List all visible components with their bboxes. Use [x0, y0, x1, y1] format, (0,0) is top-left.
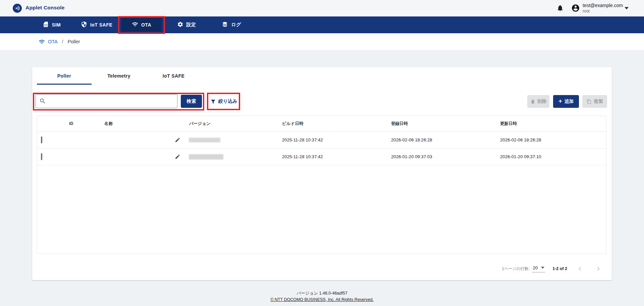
- breadcrumb-bar: OTA / Poller: [0, 33, 644, 50]
- app-title: Applet Console: [25, 5, 64, 11]
- nav-item-iot-safe[interactable]: IoT SAFE: [76, 16, 117, 33]
- wifi-icon: [39, 39, 45, 45]
- nav-item-logs[interactable]: ログ: [211, 16, 252, 33]
- plus-icon: +: [558, 98, 562, 104]
- search-button[interactable]: 検索: [181, 95, 202, 108]
- main-navbar: SIM IoT SAFE OTA 設定 ログ: [0, 16, 644, 33]
- nav-label-sim: SIM: [52, 22, 61, 28]
- column-header-registered-date: 登録日時: [391, 121, 500, 127]
- delete-button-label: 削除: [538, 98, 547, 104]
- nav-label-ota: OTA: [141, 22, 151, 28]
- registered-date-cell: 2026-02-06 18:26:28: [391, 137, 500, 142]
- table-row: 2025-11-28 10:37:42 2026-02-06 18:26:28 …: [37, 132, 606, 148]
- account-circle-icon[interactable]: [571, 4, 580, 12]
- wifi-icon: [132, 21, 138, 29]
- rows-per-page-label: 1ページの行数:: [502, 266, 530, 272]
- filter-icon: [210, 99, 216, 104]
- breadcrumb-separator: /: [61, 39, 65, 44]
- gear-icon: [177, 21, 183, 29]
- rows-per-page-select[interactable]: 20: [532, 265, 545, 272]
- column-header-id: ID: [62, 121, 98, 126]
- sub-tabs: Poller Telemetry IoT SAFE: [37, 67, 201, 85]
- column-header-build-date: ビルド日時: [282, 121, 391, 127]
- column-header-name: 名称: [98, 121, 171, 127]
- copy-icon: [587, 99, 592, 104]
- duplicate-button-label: 複製: [594, 98, 603, 104]
- footer-version: バージョン 1.46.0-46adf57: [0, 291, 644, 296]
- redacted-version-value: [189, 138, 220, 142]
- add-button-label: 追加: [565, 98, 574, 104]
- redacted-version-value: [189, 154, 223, 160]
- search-input[interactable]: [46, 94, 177, 108]
- breadcrumb: OTA / Poller: [39, 33, 80, 50]
- copyright-link[interactable]: © NTT DOCOMO BUSINESS, Inc. All Rights R…: [270, 297, 374, 302]
- search-icon: [39, 98, 46, 104]
- row-checkbox[interactable]: [41, 153, 42, 160]
- user-role: root: [583, 9, 590, 13]
- applet-console-screen: Applet Console test@example.com root SIM…: [0, 0, 644, 306]
- nav-label-logs: ログ: [231, 22, 241, 28]
- nav-label-iot-safe: IoT SAFE: [90, 22, 112, 28]
- sim-card-icon: [43, 21, 49, 29]
- top-header: Applet Console test@example.com root: [0, 0, 644, 16]
- chevron-left-icon[interactable]: [576, 265, 584, 273]
- shield-icon: [81, 21, 87, 29]
- tab-poller[interactable]: Poller: [37, 67, 92, 85]
- filter-button-label: 絞り込み: [218, 98, 237, 104]
- nav-item-settings[interactable]: 設定: [166, 16, 207, 33]
- duplicate-button[interactable]: 複製: [582, 95, 607, 108]
- user-menu-caret-icon[interactable]: [625, 7, 629, 9]
- rows-per-page-value: 20: [533, 265, 538, 270]
- dropdown-caret-icon: [541, 267, 544, 269]
- edit-icon[interactable]: [175, 154, 180, 160]
- search-field[interactable]: [35, 94, 177, 108]
- row-checkbox[interactable]: [41, 136, 42, 143]
- updated-date-cell: 2026-01-20 09:37:10: [500, 154, 606, 159]
- column-header-updated-date: 更新日時: [500, 121, 606, 127]
- nav-item-ota[interactable]: OTA: [121, 16, 162, 33]
- filter-button[interactable]: 絞り込み: [210, 95, 238, 108]
- trash-icon: [530, 99, 535, 104]
- notifications-bell-icon[interactable]: [556, 4, 564, 12]
- user-email: test@example.com: [583, 3, 623, 8]
- tab-iot-safe[interactable]: IoT SAFE: [146, 67, 201, 85]
- app-logo-icon: [13, 4, 22, 13]
- delete-button[interactable]: 削除: [527, 95, 549, 108]
- breadcrumb-link-ota[interactable]: OTA: [48, 39, 58, 44]
- registered-date-cell: 2026-01-20 09:37:03: [391, 154, 500, 159]
- pagination-range: 1-2 of 2: [552, 266, 567, 271]
- tab-telemetry[interactable]: Telemetry: [92, 67, 146, 85]
- pagination: 1ページの行数: 20 1-2 of 2: [502, 264, 602, 273]
- poller-table: ID 名称 バージョン ビルド日時 登録日時 更新日時 2025-11-28 1…: [37, 116, 606, 254]
- build-date-cell: 2025-11-28 10:37:42: [282, 154, 391, 159]
- database-icon: [222, 21, 228, 29]
- add-button[interactable]: + 追加: [553, 95, 579, 108]
- breadcrumb-current-poller: Poller: [68, 39, 80, 44]
- updated-date-cell: 2026-02-06 18:26:28: [500, 137, 606, 142]
- column-header-version: バージョン: [171, 121, 282, 127]
- build-date-cell: 2025-11-28 10:37:42: [282, 137, 391, 142]
- nav-item-sim[interactable]: SIM: [32, 16, 72, 33]
- chevron-right-icon[interactable]: [594, 265, 602, 273]
- table-row: 2025-11-28 10:37:42 2026-01-20 09:37:03 …: [37, 148, 606, 165]
- nav-label-settings: 設定: [186, 22, 196, 28]
- content-card: Poller Telemetry IoT SAFE 検索 絞り込み 削除 + 追…: [32, 67, 612, 280]
- edit-icon[interactable]: [175, 137, 180, 143]
- footer-copyright: © NTT DOCOMO BUSINESS, Inc. All Rights R…: [0, 297, 644, 302]
- table-header-row: ID 名称 バージョン ビルド日時 登録日時 更新日時: [37, 116, 606, 132]
